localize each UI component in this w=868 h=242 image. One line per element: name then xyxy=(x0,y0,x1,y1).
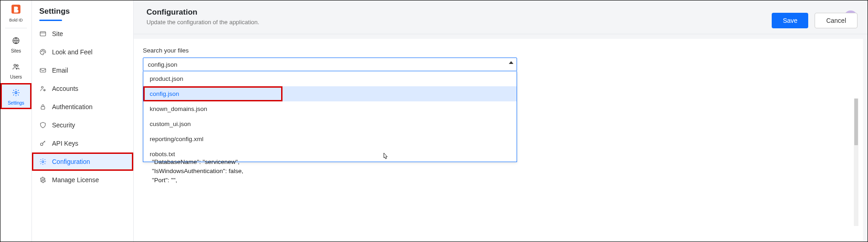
dropdown-option[interactable]: known_domains.json xyxy=(143,101,517,116)
page-subtitle: Update the configuration of the applicat… xyxy=(146,19,855,26)
rail-item-label: Sites xyxy=(11,48,21,53)
title-underline xyxy=(39,20,62,21)
main-area: Configuration Update the configuration o… xyxy=(134,0,868,242)
sidebar-item-look[interactable]: Look and Feel xyxy=(32,43,133,61)
search-label: Search your files xyxy=(143,47,854,54)
rail-item-users[interactable]: Users xyxy=(0,57,31,83)
sidebar-item-security[interactable]: Security xyxy=(32,116,133,134)
svg-point-14 xyxy=(42,161,44,163)
dropdown-option[interactable]: reporting/config.xml xyxy=(143,132,517,147)
users-icon xyxy=(12,63,20,73)
dropdown-option[interactable]: custom_ui.json xyxy=(143,116,517,132)
svg-rect-12 xyxy=(41,106,45,109)
dropdown-option-selected[interactable]: config.json xyxy=(143,86,282,101)
dropdown-option[interactable]: product.json xyxy=(143,71,517,86)
sidebar-item-label: Security xyxy=(52,121,75,129)
sidebar-item-label: API Keys xyxy=(52,140,78,147)
config-code-preview: "DatabaseName": "servicenew", "IsWindows… xyxy=(152,158,243,185)
app-rail: Bold ID Sites Users Settings xyxy=(0,0,32,242)
file-search-combo[interactable] xyxy=(143,58,517,71)
sidebar-item-authentication[interactable]: Authentication xyxy=(32,98,133,116)
brand-label: Bold ID xyxy=(0,18,31,22)
sidebar-item-label: Site xyxy=(52,30,63,37)
lock-icon xyxy=(39,103,47,110)
caret-up-icon[interactable] xyxy=(509,61,513,64)
scrollbar-thumb[interactable] xyxy=(854,99,858,145)
card-icon xyxy=(39,30,47,37)
page-title: Configuration xyxy=(146,8,855,17)
sidebar-item-label: Email xyxy=(52,67,68,74)
sidebar-item-email[interactable]: Email xyxy=(32,61,133,79)
svg-point-2 xyxy=(14,64,16,67)
svg-point-3 xyxy=(16,65,18,67)
sidebar-item-label: Manage License xyxy=(52,176,99,184)
svg-rect-9 xyxy=(40,68,46,72)
svg-point-10 xyxy=(42,86,43,88)
svg-point-13 xyxy=(41,143,43,145)
rail-item-settings[interactable]: Settings xyxy=(0,83,31,109)
gear-icon xyxy=(39,158,47,165)
file-search-input[interactable] xyxy=(143,58,517,71)
globe-icon xyxy=(12,37,20,47)
bold-logo-icon xyxy=(10,3,22,15)
palette-icon xyxy=(39,48,47,56)
sidebar-item-license[interactable]: Manage License xyxy=(32,171,133,189)
key-icon xyxy=(39,140,47,147)
svg-rect-5 xyxy=(40,32,46,36)
page-header: Configuration Update the configuration o… xyxy=(134,0,868,34)
file-search-dropdown: product.json config.json known_domains.j… xyxy=(143,71,517,162)
rail-item-label: Settings xyxy=(8,100,24,105)
brand-logo: Bold ID xyxy=(0,3,31,25)
rail-divider xyxy=(5,28,27,28)
sidebar-item-apikeys[interactable]: API Keys xyxy=(32,134,133,153)
sidebar-item-label: Accounts xyxy=(52,85,78,92)
settings-sidebar: Settings Site Look and Feel Email Accoun… xyxy=(32,0,134,242)
license-gear-icon xyxy=(39,176,47,184)
rail-item-label: Users xyxy=(10,74,22,79)
settings-nav: Site Look and Feel Email Accounts Authen… xyxy=(32,25,133,189)
svg-point-4 xyxy=(15,92,17,94)
user-gear-icon xyxy=(39,85,47,92)
gear-icon xyxy=(12,89,20,99)
sidebar-item-accounts[interactable]: Accounts xyxy=(32,79,133,98)
svg-point-6 xyxy=(42,51,42,52)
sidebar-item-site[interactable]: Site xyxy=(32,25,133,43)
shield-icon xyxy=(39,121,47,129)
content-panel: Search your files product.json config.js… xyxy=(134,39,863,242)
content-scrollbar[interactable] xyxy=(854,98,858,226)
sidebar-title: Settings xyxy=(32,7,133,20)
sidebar-item-label: Configuration xyxy=(52,158,90,165)
svg-point-15 xyxy=(42,179,44,181)
svg-point-11 xyxy=(44,89,45,91)
svg-point-7 xyxy=(42,50,43,51)
sidebar-item-configuration[interactable]: Configuration xyxy=(32,153,133,171)
svg-point-8 xyxy=(44,51,44,52)
cancel-button[interactable]: Cancel xyxy=(815,13,858,28)
rail-item-sites[interactable]: Sites xyxy=(0,31,31,57)
sidebar-item-label: Authentication xyxy=(52,103,93,110)
sidebar-item-label: Look and Feel xyxy=(52,48,93,56)
save-button[interactable]: Save xyxy=(772,13,808,28)
mail-icon xyxy=(39,67,47,74)
